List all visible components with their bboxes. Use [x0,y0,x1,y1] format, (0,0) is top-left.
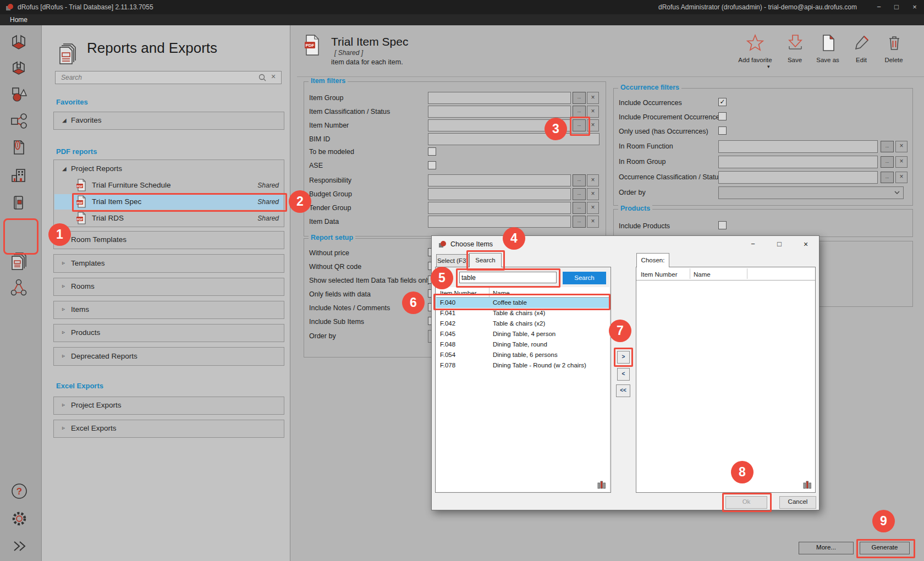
table-row[interactable]: F.042 Table & chairs (x2) [436,318,609,329]
item-group-input[interactable] [428,92,571,104]
remove-item-button[interactable]: < [617,368,630,381]
save-button[interactable]: Save [782,34,807,73]
in-room-group-browse-button[interactable]: ... [881,156,894,168]
occurrence-order-by-dropdown[interactable] [718,186,904,199]
group-room-templates[interactable]: ▹ Room Templates [53,231,284,249]
group-rooms[interactable]: ▹ Rooms [53,278,284,296]
room-data-module-icon[interactable] [9,58,30,79]
in-room-group-clear-button[interactable]: × [895,156,908,168]
in-room-function-input[interactable] [718,140,878,153]
group-deprecated-reports[interactable]: ▹ Deprecated Reports [53,347,284,366]
collapse-expanded-icon[interactable]: ◢ [62,117,67,123]
table-row[interactable]: F.048 Dining Table, round [436,339,609,350]
more-button[interactable]: More... [799,542,854,554]
close-button[interactable]: × [907,2,922,13]
table-row[interactable]: F.045 Dining Table, 4 person [436,329,609,339]
item-group-clear-button[interactable]: × [587,92,599,104]
responsibility-input[interactable] [428,174,571,186]
add-favorite-button[interactable]: Add favorite ▾ [739,34,772,73]
search-icon[interactable] [258,73,267,82]
include-products-checkbox[interactable] [718,221,727,229]
remove-all-items-button[interactable]: << [616,384,630,397]
reports-search-input[interactable] [60,73,255,82]
responsibility-browse-button[interactable]: ... [573,174,586,186]
menu-home[interactable]: Home [10,16,28,24]
expand-sidebar-icon[interactable] [9,536,30,557]
in-room-function-clear-button[interactable]: × [895,141,908,152]
reports-panel-icon [57,41,79,66]
project-reports-label[interactable]: Project Reports [71,164,122,173]
item-group-browse-button[interactable]: ... [573,92,586,104]
item-data-browse-button[interactable]: ... [573,216,586,228]
collapse-collapsed-icon[interactable]: ▹ [62,353,65,359]
column-header-item-number[interactable]: Item Number [641,271,677,278]
tab-select[interactable]: Select (F3) [436,254,469,267]
responsibility-clear-button[interactable]: × [587,174,599,186]
collapse-collapsed-icon[interactable]: ▹ [62,329,65,335]
occurrence-classification-input[interactable] [718,171,878,184]
item-data-input[interactable] [428,216,571,228]
occurrence-classification-clear-button[interactable]: × [895,172,908,183]
table-row[interactable]: F.078 Dining Table - Round (w 2 chairs) [436,360,609,371]
item-classification-input[interactable] [428,106,571,118]
include-occurrences-checkbox[interactable]: ✓ [718,98,727,106]
items-module-icon[interactable] [9,85,30,106]
dialog-maximize-button[interactable]: □ [772,239,787,250]
group-excel-exports[interactable]: ▹ Excel Exports [53,420,284,438]
dialog-close-button[interactable]: × [798,239,813,250]
save-as-button[interactable]: Save as [815,34,840,73]
report-row-rds[interactable]: PDF Trial RDS Shared [54,211,283,226]
products-module-icon[interactable] [9,112,30,133]
tender-group-input[interactable] [428,202,571,214]
table-row[interactable]: F.054 Dining table, 6 persons [436,350,609,360]
restore-button[interactable]: □ [889,2,904,13]
to-be-modeled-checkbox[interactable] [428,147,436,156]
dialog-minimize-button[interactable]: − [745,239,761,250]
budget-group-browse-button[interactable]: ... [573,188,586,200]
column-settings-icon[interactable] [803,481,812,489]
help-icon[interactable]: ? [9,481,30,502]
group-items[interactable]: ▹ Items [53,301,284,319]
only-used-checkbox[interactable] [718,127,727,135]
collapse-expanded-icon[interactable]: ◢ [62,166,67,172]
ase-checkbox[interactable] [428,161,436,169]
include-procurement-checkbox[interactable] [718,112,727,120]
delete-button[interactable]: Delete [881,34,906,73]
in-room-function-browse-button[interactable]: ... [881,141,894,152]
settings-gear-icon[interactable] [9,509,30,530]
occurrence-classification-browse-button[interactable]: ... [881,172,894,183]
budget-group-clear-button[interactable]: × [587,188,599,200]
chevron-down-icon [894,191,900,195]
dialog-search-button[interactable]: Search [563,272,606,284]
tender-group-browse-button[interactable]: ... [573,202,586,214]
edit-button[interactable]: Edit [849,34,874,73]
collapse-collapsed-icon[interactable]: ▹ [62,260,65,266]
rooms-module-icon[interactable] [9,32,30,53]
attachments-module-icon[interactable] [9,138,30,159]
group-products[interactable]: ▹ Products [53,324,284,342]
column-settings-icon[interactable] [597,481,606,489]
collapse-collapsed-icon[interactable]: ▹ [62,402,65,408]
group-templates[interactable]: ▹ Templates [53,254,284,273]
item-classification-browse-button[interactable]: ... [573,106,586,118]
group-project-exports[interactable]: ▹ Project Exports [53,397,284,415]
collapse-collapsed-icon[interactable]: ▹ [62,425,65,431]
item-classification-clear-button[interactable]: × [587,106,599,118]
group-label: Rooms [71,282,95,290]
minimize-button[interactable]: − [871,2,887,13]
standards-module-icon[interactable] [9,194,30,215]
collapse-collapsed-icon[interactable]: ▹ [62,283,65,289]
report-row-furniture-schedule[interactable]: PDF Trial Furniture Schedule Shared [54,178,283,193]
building-module-icon[interactable] [9,166,30,187]
collapse-collapsed-icon[interactable]: ▹ [62,306,65,312]
systems-module-icon[interactable] [9,278,30,299]
search-clear-icon[interactable]: × [271,72,276,81]
tender-group-clear-button[interactable]: × [587,202,599,214]
tab-chosen[interactable]: Chosen: [636,253,669,267]
item-data-clear-button[interactable]: × [587,216,599,228]
cancel-button[interactable]: Cancel [779,496,816,509]
column-header-name[interactable]: Name [694,271,711,278]
budget-group-input[interactable] [428,188,571,200]
favorites-group[interactable]: ◢ Favorites [53,112,284,130]
in-room-group-input[interactable] [718,156,878,168]
